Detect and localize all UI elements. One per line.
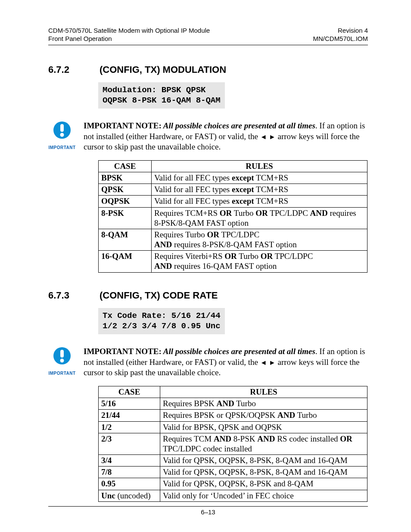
important-note-code-rate: IMPORTANT IMPORTANT NOTE: All possible c…	[48, 346, 368, 378]
header-rule	[48, 45, 368, 45]
table-row: 21/44Requires BPSK or QPSK/OQPSK AND Tur…	[99, 410, 367, 421]
table-row: 16-QAMRequires Viterbi+RS OR Turbo OR TP…	[99, 251, 367, 272]
rules-cell: Valid only for ‘Uncoded’ in FEC choice	[160, 490, 367, 501]
case-cell: Unc (uncoded)	[99, 490, 160, 501]
case-cell: 5/16	[99, 398, 160, 410]
case-cell: 2/3	[99, 433, 160, 454]
rules-cell: Requires Turbo OR TPC/LDPCAND requires 8…	[152, 229, 367, 250]
col-rules: RULES	[160, 386, 367, 398]
case-cell: 7/8	[99, 467, 160, 478]
col-rules: RULES	[152, 160, 367, 172]
case-cell: OQPSK	[99, 196, 152, 207]
section-heading-modulation: 6.7.2 (CONFIG, TX) MODULATION	[48, 64, 368, 75]
col-case: CASE	[99, 160, 152, 172]
header-left-1: CDM-570/570L Satellite Modem with Option…	[48, 27, 210, 35]
section-number: 6.7.3	[48, 290, 69, 301]
svg-rect-4	[60, 350, 64, 358]
section-number: 6.7.2	[48, 64, 69, 75]
lcd-display-code-rate: Tx Code Rate: 5/16 21/44 1/2 2/3 3/4 7/8…	[98, 308, 225, 334]
important-icon: IMPORTANT	[48, 346, 76, 376]
case-cell: 1/2	[99, 421, 160, 433]
rules-cell: Valid for QPSK, OQPSK, 8-PSK and 8-QAM	[160, 478, 367, 490]
section-heading-code-rate: 6.7.3 (CONFIG, TX) CODE RATE	[48, 290, 368, 301]
rules-cell: Valid for BPSK, QPSK and OQPSK	[160, 421, 367, 433]
page-header: CDM-570/570L Satellite Modem with Option…	[48, 27, 368, 43]
table-row: 8-QAMRequires Turbo OR TPC/LDPCAND requi…	[99, 229, 367, 250]
case-cell: 16-QAM	[99, 251, 152, 272]
note-text: IMPORTANT NOTE: All possible choices are…	[84, 121, 368, 152]
case-cell: 0.95	[99, 478, 160, 490]
lcd-display-modulation: Modulation: BPSK QPSK OQPSK 8-PSK 16-QAM…	[98, 82, 225, 109]
table-row: 8-PSKRequires TCM+RS OR Turbo OR TPC/LDP…	[99, 207, 367, 229]
important-note-modulation: IMPORTANT IMPORTANT NOTE: All possible c…	[48, 121, 368, 152]
rules-cell: Valid for all FEC types except TCM+RS	[152, 172, 367, 184]
important-label: IMPORTANT	[48, 371, 76, 376]
important-label: IMPORTANT	[48, 145, 76, 150]
svg-rect-1	[60, 124, 64, 132]
rules-cell: Requires TCM AND 8-PSK AND RS codec inst…	[160, 433, 367, 454]
svg-point-2	[60, 133, 64, 137]
table-row: 5/16Requires BPSK AND Turbo	[99, 398, 367, 410]
col-case: CASE	[99, 386, 160, 398]
table-row: OQPSKValid for all FEC types except TCM+…	[99, 196, 367, 207]
header-right-1: Revision 4	[313, 27, 368, 35]
rules-cell: Requires Viterbi+RS OR Turbo OR TPC/LDPC…	[152, 251, 367, 272]
case-cell: BPSK	[99, 172, 152, 184]
table-row: Unc (uncoded)Valid only for ‘Uncoded’ in…	[99, 490, 367, 501]
section-title: (CONFIG, TX) CODE RATE	[100, 290, 218, 301]
table-row: QPSKValid for all FEC types except TCM+R…	[99, 184, 367, 196]
table-row: 0.95Valid for QPSK, OQPSK, 8-PSK and 8-Q…	[99, 478, 367, 490]
important-icon: IMPORTANT	[48, 121, 76, 150]
svg-point-5	[60, 359, 64, 363]
table-row: 2/3Requires TCM AND 8-PSK AND RS codec i…	[99, 433, 367, 454]
case-cell: QPSK	[99, 184, 152, 196]
table-row: 3/4Valid for QPSK, OQPSK, 8-PSK, 8-QAM a…	[99, 455, 367, 467]
page-footer: 6–13	[48, 506, 368, 516]
case-cell: 8-QAM	[99, 229, 152, 250]
header-right-2: MN/CDM570L.IOM	[313, 35, 368, 43]
modulation-rules-table: CASE RULES BPSKValid for all FEC types e…	[98, 160, 367, 273]
table-row: 7/8Valid for QPSK, OQPSK, 8-PSK, 8-QAM a…	[99, 467, 367, 478]
rules-cell: Requires BPSK AND Turbo	[160, 398, 367, 410]
rules-cell: Valid for QPSK, OQPSK, 8-PSK, 8-QAM and …	[160, 455, 367, 467]
note-text: IMPORTANT NOTE: All possible choices are…	[84, 346, 368, 378]
case-cell: 8-PSK	[99, 207, 152, 229]
rules-cell: Valid for all FEC types except TCM+RS	[152, 196, 367, 207]
rules-cell: Valid for all FEC types except TCM+RS	[152, 184, 367, 196]
case-cell: 21/44	[99, 410, 160, 421]
table-row: 1/2Valid for BPSK, QPSK and OQPSK	[99, 421, 367, 433]
rules-cell: Requires TCM+RS OR Turbo OR TPC/LDPC AND…	[152, 207, 367, 229]
table-row: BPSKValid for all FEC types except TCM+R…	[99, 172, 367, 184]
rules-cell: Valid for QPSK, OQPSK, 8-PSK, 8-QAM and …	[160, 467, 367, 478]
section-title: (CONFIG, TX) MODULATION	[100, 64, 226, 75]
header-left-2: Front Panel Operation	[48, 35, 210, 43]
code-rate-rules-table: CASE RULES 5/16Requires BPSK AND Turbo21…	[98, 386, 367, 502]
rules-cell: Requires BPSK or QPSK/OQPSK AND Turbo	[160, 410, 367, 421]
case-cell: 3/4	[99, 455, 160, 467]
